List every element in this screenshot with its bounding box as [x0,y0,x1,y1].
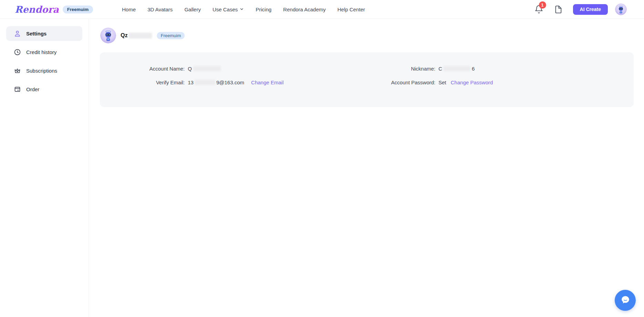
nav-3d-avatars[interactable]: 3D Avatars [147,7,173,12]
ai-create-button[interactable]: AI Create [573,4,608,15]
nickname-suffix: 6 [472,66,474,72]
nickname-field: Nickname: C 6 [367,65,634,73]
account-name-value: Q [188,66,192,72]
user-icon [14,30,21,37]
email-prefix: 13 [188,80,194,85]
profile-header: Qz Freemuim [100,28,644,43]
account-info-card: Account Name: Q Nickname: C 6 Verify Ema… [100,52,634,107]
nav-home[interactable]: Home [122,7,136,12]
main-nav: Home 3D Avatars Gallery Use Cases Pricin… [122,6,365,12]
verify-email-field: Verify Email: 13 9@163.com Change Email [100,78,367,86]
sidebar-item-order[interactable]: Order [6,82,82,97]
nav-use-cases[interactable]: Use Cases [213,6,244,12]
change-password-link[interactable]: Change Password [451,80,493,85]
chevron-down-icon [239,6,244,12]
logo-area: Rendora Freemuim [15,5,93,14]
notification-count-badge: 1 [539,1,546,9]
user-avatar[interactable] [615,3,627,15]
redacted-name [129,33,152,39]
account-name-field: Account Name: Q [100,65,367,73]
redacted-account-name [193,66,221,71]
rendora-logo[interactable]: Rendora [15,5,59,14]
notifications-button[interactable]: 1 [534,5,543,14]
sidebar-item-settings[interactable]: Settings [6,26,82,41]
nav-help-center[interactable]: Help Center [337,7,365,12]
account-password-field: Account Password: Set Change Password [367,78,634,86]
plan-badge: Freemuim [63,6,93,13]
nav-gallery[interactable]: Gallery [184,7,201,12]
sidebar-item-label: Credit history [26,49,57,55]
verify-email-label: Verify Email: [100,80,185,85]
email-suffix: 9@163.com [216,80,244,85]
profile-avatar [100,28,116,43]
redacted-nickname [443,66,470,71]
nav-rendora-academy[interactable]: Rendora Academy [283,7,326,12]
order-card-icon [14,86,21,93]
top-header: Rendora Freemuim Home 3D Avatars Gallery… [0,0,644,19]
sidebar-item-label: Order [26,86,39,92]
file-icon [554,9,563,15]
sidebar-item-label: Settings [26,31,47,36]
profile-name: Qz [121,32,127,39]
clock-history-icon [14,49,21,56]
account-password-label: Account Password: [367,80,436,85]
sidebar-item-label: Subscriptions [26,68,57,74]
crown-icon [14,67,21,74]
chat-launcher-button[interactable] [615,290,636,311]
main-content: Qz Freemuim Account Name: Q Nickname: C … [89,19,644,317]
profile-plan-badge: Freemuim [157,32,185,39]
account-name-label: Account Name: [100,66,185,72]
sidebar-item-subscriptions[interactable]: Subscriptions [6,63,82,78]
password-value: Set [439,80,447,85]
documents-button[interactable] [554,5,563,14]
bell-icon [534,9,543,15]
nickname-label: Nickname: [367,66,436,72]
redacted-email [195,80,215,85]
sidebar-item-credit-history[interactable]: Credit history [6,45,82,60]
nickname-prefix: C [439,66,442,72]
change-email-link[interactable]: Change Email [251,80,284,85]
sidebar: Settings Credit history Subscriptions [0,19,89,317]
nav-pricing[interactable]: Pricing [256,7,272,12]
header-actions: 1 AI Create [534,3,627,15]
chat-bubble-icon [619,294,632,307]
